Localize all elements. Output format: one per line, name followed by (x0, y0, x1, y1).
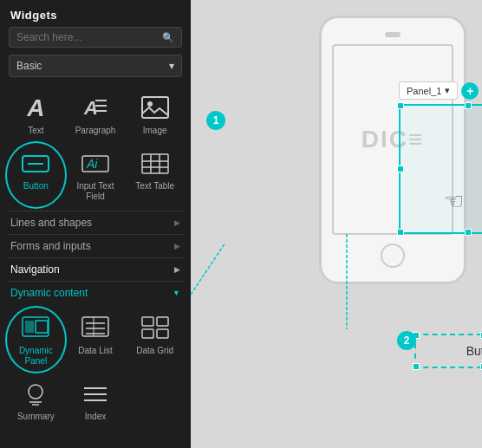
data-grid-icon (140, 313, 171, 344)
widget-summary[interactable]: Summary (7, 373, 65, 427)
panel-tab-bar: Panel_1 ▾ + (399, 81, 479, 100)
panel-name: Panel_1 (407, 86, 441, 96)
widget-index-label: Index (85, 412, 106, 422)
widget-data-list[interactable]: Data List (67, 308, 125, 372)
svg-rect-10 (142, 154, 168, 173)
panel-1-box[interactable]: ↑ ☜ (399, 104, 482, 234)
search-icon: 🔍 (162, 32, 174, 43)
navigation-label: Navigation (10, 263, 60, 276)
sidebar-item-forms[interactable]: Forms and inputs ▶ (0, 235, 191, 257)
widget-data-list-label: Data List (78, 346, 112, 356)
widget-dynamic-panel[interactable]: Dynamic Panel (7, 308, 65, 372)
svg-rect-24 (157, 317, 168, 326)
category-dropdown[interactable]: Basic ▾ (9, 55, 182, 77)
button-label: Button (466, 344, 482, 358)
svg-point-27 (29, 385, 42, 399)
widget-text-table-label: Text Table (135, 181, 174, 192)
index-icon (80, 379, 111, 410)
svg-rect-23 (142, 317, 153, 326)
widget-text[interactable]: A Text (7, 88, 65, 141)
button-icon (20, 148, 51, 179)
dynamic-panel-icon (20, 313, 51, 344)
panel-dropdown-icon: ▾ (445, 85, 450, 96)
btn-handle-bl[interactable] (413, 363, 420, 370)
handle-top-left[interactable] (397, 102, 404, 109)
search-bar[interactable]: 🔍 (9, 27, 182, 48)
widget-image-label: Image (143, 126, 167, 136)
chevron-right-icon: ▶ (174, 218, 180, 227)
text-icon: A (20, 93, 51, 124)
paragraph-icon: A (80, 93, 111, 124)
chevron-right-icon-3: ▶ (174, 265, 180, 274)
handle-bottom-center[interactable] (465, 229, 472, 236)
widget-data-grid-label: Data Grid (136, 346, 173, 356)
svg-point-5 (147, 101, 153, 107)
widget-text-label: Text (28, 126, 43, 136)
svg-rect-26 (157, 329, 168, 338)
widget-image[interactable]: Image (126, 88, 184, 141)
sidebar-item-lines[interactable]: Lines and shapes ▶ (0, 211, 191, 234)
data-list-icon (80, 313, 111, 344)
widget-data-grid[interactable]: Data Grid (126, 308, 184, 372)
widget-index[interactable]: Index (67, 373, 125, 427)
widget-button[interactable]: Button (7, 143, 65, 207)
panel-1-selection: Panel_1 ▾ + ↑ ☜ (399, 104, 482, 234)
widget-input-label: Input Text Field (70, 181, 121, 202)
step-1-badge: 1 (206, 111, 225, 130)
lines-label: Lines and shapes (10, 217, 92, 229)
dropdown-label: Basic (16, 60, 42, 72)
handle-middle-left[interactable] (397, 166, 404, 172)
svg-rect-17 (36, 321, 48, 333)
sidebar-item-dynamic[interactable]: Dynamic content ▼ (0, 282, 191, 304)
sidebar-item-navigation[interactable]: Navigation ▶ (0, 258, 191, 281)
svg-rect-25 (142, 329, 153, 338)
svg-rect-16 (25, 321, 34, 333)
forms-label: Forms and inputs (10, 240, 91, 252)
svg-text:Ai: Ai (86, 157, 98, 171)
button-dashed-box[interactable]: Button (414, 334, 482, 368)
text-table-icon (140, 148, 171, 179)
handle-bottom-left[interactable] (397, 229, 404, 236)
phone-home-button (381, 243, 405, 268)
step-2-badge: 2 (397, 331, 416, 350)
image-icon (140, 93, 171, 124)
dynamic-label: Dynamic content (10, 287, 88, 299)
input-text-icon: Ai (80, 148, 111, 179)
dynamic-widget-grid: Dynamic Panel Data List (0, 304, 191, 431)
button-selection: Button (414, 334, 482, 368)
handle-top-center[interactable] (465, 102, 472, 109)
chevron-right-icon-2: ▶ (174, 242, 180, 250)
chevron-down-icon: ▾ (169, 60, 174, 72)
widget-paragraph[interactable]: A Paragraph (67, 88, 125, 141)
widget-paragraph-label: Paragraph (75, 126, 116, 136)
widget-text-table[interactable]: Text Table (126, 143, 184, 207)
sidebar: Widgets 🔍 Basic ▾ A Text A (0, 0, 191, 448)
panel-add-button[interactable]: + (461, 82, 479, 100)
canvas-area: DIC≡ Panel_1 ▾ + (191, 0, 482, 448)
sidebar-title: Widgets (0, 0, 191, 27)
chevron-down-icon-2: ▼ (173, 289, 180, 297)
scene: Widgets 🔍 Basic ▾ A Text A (0, 0, 482, 448)
basic-widget-grid: A Text A Paragraph (0, 84, 191, 211)
summary-icon (20, 379, 51, 410)
search-input[interactable] (16, 31, 162, 43)
svg-line-33 (191, 243, 225, 295)
widget-summary-label: Summary (17, 412, 55, 422)
svg-rect-4 (142, 97, 168, 118)
widget-button-label: Button (23, 181, 49, 192)
drag-cursor-1: ☜ (444, 188, 464, 215)
panel-tab-label[interactable]: Panel_1 ▾ (399, 81, 458, 100)
widget-dynamic-panel-label: Dynamic Panel (10, 346, 62, 367)
widget-input-text[interactable]: Ai Input Text Field (67, 143, 125, 207)
